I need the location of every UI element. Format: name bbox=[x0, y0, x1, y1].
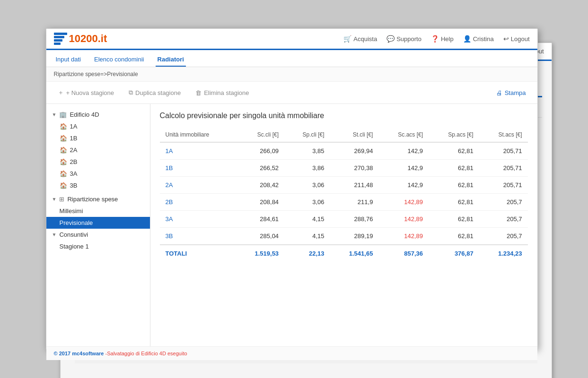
sidebar-item-edificio[interactable]: ▼ 🏢 Edificio 4D bbox=[46, 109, 150, 120]
table-row: 2A 208,42 3,06 211,48 142,9 62,81 205,71 bbox=[160, 177, 528, 194]
edificio-label: Edificio 4D bbox=[70, 111, 99, 118]
home-icon-3a: 🏠 bbox=[60, 170, 67, 177]
acquista-nav-item[interactable]: 🛒 Acquista bbox=[343, 35, 377, 43]
sidebar-item-previsionale[interactable]: Previsionale bbox=[46, 217, 150, 229]
tab-radiatori-label: Radiatori bbox=[158, 56, 184, 63]
sidebar-item-2b[interactable]: 🏠 2B bbox=[46, 156, 150, 168]
logo-bar-4 bbox=[54, 43, 61, 45]
help-nav-item[interactable]: ❓ Help bbox=[431, 35, 454, 43]
cell-sp-acs-4: 62,81 bbox=[429, 211, 479, 228]
logo-icon bbox=[54, 33, 67, 45]
cell-sc-acs-4: 142,89 bbox=[378, 211, 429, 228]
home-icon-1b: 🏠 bbox=[60, 135, 67, 142]
supporto-icon: 💬 bbox=[386, 35, 395, 43]
cell-sp-acs-1: 62,81 bbox=[429, 160, 479, 177]
col-header-unit: Unità immobiliare bbox=[160, 128, 236, 142]
sidebar-item-3b[interactable]: 🏠 3B bbox=[46, 180, 150, 191]
cell-unit-5: 3B bbox=[160, 228, 236, 245]
col-0-label: Unità immobiliare bbox=[166, 131, 210, 138]
logo-number: 10200 bbox=[69, 33, 98, 44]
copy-icon: ⧉ bbox=[129, 89, 133, 96]
logout-nav-item[interactable]: ↩ Logout bbox=[503, 35, 530, 43]
help-icon: ❓ bbox=[431, 35, 439, 43]
help-label: Help bbox=[441, 35, 454, 43]
cell-sc-cli-3: 208,84 bbox=[236, 194, 284, 211]
cart-icon: 🛒 bbox=[343, 35, 351, 43]
collapse-icon-3: ▼ bbox=[52, 232, 57, 237]
cell-st-cli-3: 211,9 bbox=[330, 194, 379, 211]
sidebar-item-millesimi[interactable]: Millesimi bbox=[46, 205, 150, 217]
cell-sc-cli-0: 266,09 bbox=[236, 142, 284, 160]
cell-sp-acs-0: 62,81 bbox=[429, 142, 479, 160]
home-icon-2a: 🏠 bbox=[60, 146, 67, 154]
col-header-sp-acs: Sp.acs [€] bbox=[429, 128, 479, 142]
user-label: Cristina bbox=[473, 35, 494, 43]
cell-st-acs-0: 205,71 bbox=[479, 142, 528, 160]
sidebar-item-ripartizione[interactable]: ▼ ⊞ Ripartizione spese bbox=[46, 193, 150, 205]
logo-bar-3 bbox=[54, 39, 62, 42]
totals-sc-acs: 857,36 bbox=[378, 245, 429, 262]
cell-unit-1: 1B bbox=[160, 160, 236, 177]
tab-input-dati[interactable]: Input dati bbox=[54, 53, 83, 67]
unit-1b-label: 1B bbox=[70, 135, 78, 142]
panel-title: Calcolo previsionale per singola unità m… bbox=[160, 112, 528, 120]
col-header-st-cli: St.cli [€] bbox=[330, 128, 379, 142]
footer-copyright: © 2017 mc4software bbox=[54, 351, 104, 356]
elimina-stagione-button[interactable]: 🗑 Elimina stagione bbox=[192, 87, 253, 98]
col-header-st-acs: St.acs [€] bbox=[479, 128, 528, 142]
col-5-label: Sp.acs [€] bbox=[448, 131, 473, 138]
col-4-label: Sc.acs [€] bbox=[398, 131, 423, 138]
logo-suffix: .it bbox=[98, 33, 107, 44]
nuova-stagione-label: + Nuova stagione bbox=[66, 89, 114, 96]
cell-unit-0: 1A bbox=[160, 142, 236, 160]
millesimi-label: Millesimi bbox=[60, 207, 83, 215]
table-row: 1A 266,09 3,85 269,94 142,9 62,81 205,71 bbox=[160, 142, 528, 160]
sidebar-item-1b[interactable]: 🏠 1B bbox=[46, 132, 150, 144]
breadcrumb-text: Ripartizione spese=>Previsionale bbox=[54, 71, 138, 77]
home-icon-2b: 🏠 bbox=[60, 158, 67, 165]
data-table: Unità immobiliare Sc.cli [€] Sp.cli [€] … bbox=[160, 128, 528, 262]
cell-st-cli-4: 288,76 bbox=[330, 211, 379, 228]
cell-st-cli-2: 211,48 bbox=[330, 177, 379, 194]
unit-2a-label: 2A bbox=[70, 146, 78, 154]
cell-sp-cli-5: 4,15 bbox=[284, 228, 330, 245]
panel-title-text: Calcolo previsionale per singola unità m… bbox=[160, 112, 325, 120]
logo-bar-1 bbox=[54, 33, 67, 35]
unit-3b-label: 3B bbox=[70, 182, 78, 189]
sidebar-item-consuntivi[interactable]: ▼ Consuntivi bbox=[46, 229, 150, 241]
grid-icon: ⊞ bbox=[59, 196, 64, 203]
duplica-stagione-button[interactable]: ⧉ Duplica stagione bbox=[125, 87, 184, 98]
top-nav: Input dati Elenco condominii Radiatori bbox=[46, 50, 537, 67]
cell-unit-3: 2B bbox=[160, 194, 236, 211]
cell-sp-cli-3: 3,06 bbox=[284, 194, 330, 211]
cell-sc-cli-2: 208,42 bbox=[236, 177, 284, 194]
tab-elenco-condominii[interactable]: Elenco condominii bbox=[92, 53, 146, 67]
collapse-icon-2: ▼ bbox=[52, 197, 57, 202]
user-nav-item[interactable]: 👤 Cristina bbox=[463, 35, 494, 43]
col-3-label: St.cli [€] bbox=[353, 131, 373, 138]
nuova-stagione-button[interactable]: ＋ + Nuova stagione bbox=[54, 86, 118, 99]
stampa-button[interactable]: 🖨 Stampa bbox=[492, 87, 530, 98]
acquista-label: Acquista bbox=[353, 35, 377, 43]
cell-sp-acs-2: 62,81 bbox=[429, 177, 479, 194]
sidebar-item-stagione1[interactable]: Stagione 1 bbox=[46, 241, 150, 252]
building-icon: 🏢 bbox=[59, 111, 67, 118]
consuntivi-label: Consuntivi bbox=[59, 231, 88, 238]
sidebar-item-3a[interactable]: 🏠 3A bbox=[46, 168, 150, 180]
unit-2b-label: 2B bbox=[70, 158, 78, 165]
cell-st-cli-0: 269,94 bbox=[330, 142, 379, 160]
main-footer: © 2017 mc4software -Salvataggio di Edifi… bbox=[46, 346, 537, 360]
totals-sp-acs: 376,87 bbox=[429, 245, 479, 262]
unit-1a-label: 1A bbox=[70, 123, 78, 130]
tab-radiatori[interactable]: Radiatori bbox=[156, 53, 186, 67]
supporto-label: Supporto bbox=[396, 35, 421, 43]
stampa-label: Stampa bbox=[505, 89, 526, 96]
table-header-row: Unità immobiliare Sc.cli [€] Sp.cli [€] … bbox=[160, 128, 528, 142]
sidebar-item-1a[interactable]: 🏠 1A bbox=[46, 120, 150, 132]
cell-sp-cli-0: 3,85 bbox=[284, 142, 330, 160]
cell-sp-acs-3: 62,81 bbox=[429, 194, 479, 211]
supporto-nav-item[interactable]: 💬 Supporto bbox=[386, 35, 421, 43]
sidebar-item-2a[interactable]: 🏠 2A bbox=[46, 144, 150, 156]
logo: 10200.it bbox=[54, 33, 107, 45]
logo-bar-2 bbox=[54, 36, 64, 38]
